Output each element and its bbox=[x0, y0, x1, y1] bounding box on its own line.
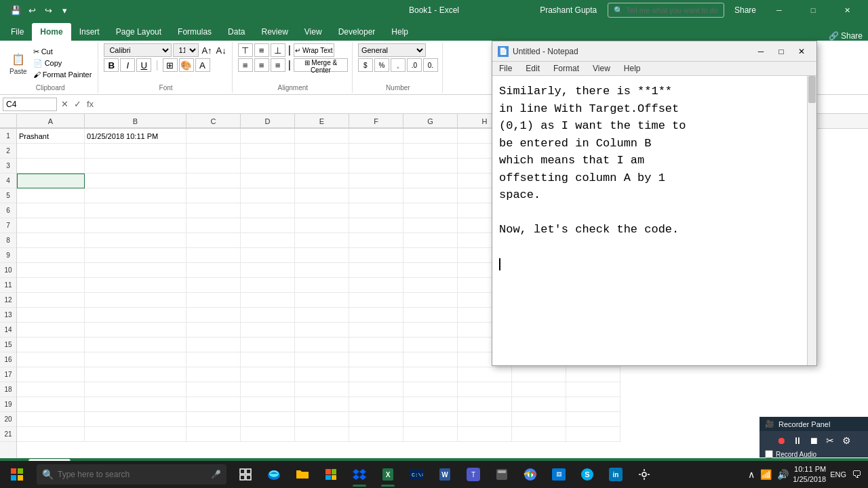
tab-developer[interactable]: Developer bbox=[330, 23, 384, 41]
notification-button[interactable]: 🗨 bbox=[850, 468, 863, 481]
comma-button[interactable]: , bbox=[391, 58, 406, 72]
settings-recorder-button[interactable]: ⚙ bbox=[840, 434, 853, 447]
cell-e16[interactable] bbox=[295, 352, 349, 367]
cell-e17[interactable] bbox=[295, 367, 349, 382]
cell-g6[interactable] bbox=[403, 203, 458, 218]
cell-f21[interactable] bbox=[349, 427, 403, 442]
taskbar-clock[interactable]: 10:11 PM 1/25/2018 bbox=[793, 464, 826, 485]
cell-b7[interactable] bbox=[85, 218, 186, 233]
cell-b13[interactable] bbox=[85, 308, 186, 323]
network-icon[interactable]: 📶 bbox=[759, 468, 773, 481]
tell-me-input[interactable]: 🔍 Tell me what you want to do bbox=[608, 3, 724, 18]
cell-d16[interactable] bbox=[241, 352, 295, 367]
cell-reference-box[interactable] bbox=[3, 98, 57, 111]
cell-g19[interactable] bbox=[403, 397, 458, 412]
font-color-button[interactable]: A bbox=[195, 58, 210, 72]
cell-c17[interactable] bbox=[186, 367, 241, 382]
cell-e1[interactable] bbox=[295, 129, 349, 144]
close-button[interactable]: ✕ bbox=[831, 0, 863, 20]
cell-d10[interactable] bbox=[241, 263, 295, 278]
cell-d4[interactable] bbox=[241, 174, 295, 188]
system-tray-chevron[interactable]: ∧ bbox=[747, 468, 756, 481]
cell-a10[interactable] bbox=[17, 263, 85, 278]
cut-button[interactable]: ✂ Cut bbox=[31, 47, 94, 57]
redo-button[interactable]: ↪ bbox=[41, 3, 56, 18]
notepad-menu-help[interactable]: Help bbox=[617, 62, 648, 75]
cell-f19[interactable] bbox=[349, 397, 403, 412]
tab-home[interactable]: Home bbox=[32, 23, 71, 41]
currency-button[interactable]: $ bbox=[358, 58, 373, 72]
cell-g17[interactable] bbox=[403, 367, 458, 382]
save-button[interactable]: 💾 bbox=[8, 3, 23, 18]
cell-e13[interactable] bbox=[295, 308, 349, 323]
cell-b4[interactable] bbox=[85, 174, 186, 188]
percent-button[interactable]: % bbox=[374, 58, 389, 72]
cell-b11[interactable] bbox=[85, 278, 186, 293]
cell-g12[interactable] bbox=[403, 293, 458, 308]
cell-j21[interactable] bbox=[566, 427, 620, 442]
cell-c5[interactable] bbox=[186, 188, 241, 203]
cell-e21[interactable] bbox=[295, 427, 349, 442]
merge-center-button[interactable]: ⊞ Merge & Center bbox=[294, 58, 348, 72]
taskbar-search-box[interactable]: 🔍 🎤 bbox=[37, 464, 226, 485]
taskbar-dropbox[interactable] bbox=[346, 461, 373, 488]
cell-i19[interactable] bbox=[512, 397, 566, 412]
taskbar-edge[interactable] bbox=[260, 461, 288, 488]
col-header-a[interactable]: A bbox=[17, 114, 85, 128]
cell-c21[interactable] bbox=[186, 427, 241, 442]
cell-e18[interactable] bbox=[295, 382, 349, 397]
font-size-select[interactable]: 11 bbox=[173, 43, 199, 57]
cell-h19[interactable] bbox=[458, 397, 512, 412]
cell-b19[interactable] bbox=[85, 397, 186, 412]
cell-a15[interactable] bbox=[17, 338, 85, 352]
col-header-d[interactable]: D bbox=[241, 114, 295, 128]
wrap-text-button[interactable]: ↵ Wrap Text bbox=[294, 43, 334, 57]
taskbar-word[interactable]: W bbox=[431, 461, 458, 488]
cell-a17[interactable] bbox=[17, 367, 85, 382]
paste-button[interactable]: 📋 Paste bbox=[7, 50, 30, 77]
align-left-button[interactable]: ≡ bbox=[238, 58, 253, 72]
format-painter-button[interactable]: 🖌 Format Painter bbox=[31, 70, 94, 79]
cell-e7[interactable] bbox=[295, 218, 349, 233]
cell-g11[interactable] bbox=[403, 278, 458, 293]
cell-b10[interactable] bbox=[85, 263, 186, 278]
cell-c14[interactable] bbox=[186, 323, 241, 338]
cell-h21[interactable] bbox=[458, 427, 512, 442]
align-center-button[interactable]: ≡ bbox=[254, 58, 269, 72]
cell-e8[interactable] bbox=[295, 233, 349, 248]
cell-e6[interactable] bbox=[295, 203, 349, 218]
cell-c10[interactable] bbox=[186, 263, 241, 278]
undo-button[interactable]: ↩ bbox=[24, 3, 39, 18]
notepad-menu-file[interactable]: File bbox=[492, 62, 519, 75]
cell-d6[interactable] bbox=[241, 203, 295, 218]
cell-f3[interactable] bbox=[349, 159, 403, 174]
row-header-6[interactable]: 6 bbox=[0, 203, 16, 218]
align-top-button[interactable]: ⊤ bbox=[238, 43, 253, 57]
minimize-button[interactable]: ─ bbox=[764, 0, 795, 20]
cell-b18[interactable] bbox=[85, 382, 186, 397]
cell-a11[interactable] bbox=[17, 278, 85, 293]
cell-f11[interactable] bbox=[349, 278, 403, 293]
cell-j20[interactable] bbox=[566, 412, 620, 427]
cell-g20[interactable] bbox=[403, 412, 458, 427]
cell-b21[interactable] bbox=[85, 427, 186, 442]
cancel-formula-button[interactable]: ✕ bbox=[60, 99, 70, 109]
cell-a3[interactable] bbox=[17, 159, 85, 174]
cell-g4[interactable] bbox=[403, 174, 458, 188]
cell-e5[interactable] bbox=[295, 188, 349, 203]
fill-color-button[interactable]: 🎨 bbox=[179, 58, 194, 72]
cell-g7[interactable] bbox=[403, 218, 458, 233]
taskbar-teams[interactable]: T bbox=[460, 461, 487, 488]
cell-c8[interactable] bbox=[186, 233, 241, 248]
cell-d5[interactable] bbox=[241, 188, 295, 203]
cell-e14[interactable] bbox=[295, 323, 349, 338]
notepad-content[interactable]: Similarly, there is **1** in line With T… bbox=[492, 76, 816, 365]
cell-c12[interactable] bbox=[186, 293, 241, 308]
row-header-19[interactable]: 19 bbox=[0, 397, 16, 412]
col-header-c[interactable]: C bbox=[186, 114, 241, 128]
cell-a14[interactable] bbox=[17, 323, 85, 338]
row-header-7[interactable]: 7 bbox=[0, 218, 16, 233]
cell-b9[interactable] bbox=[85, 248, 186, 263]
customize-quick-access-button[interactable]: ▾ bbox=[57, 3, 72, 18]
cell-d2[interactable] bbox=[241, 144, 295, 159]
